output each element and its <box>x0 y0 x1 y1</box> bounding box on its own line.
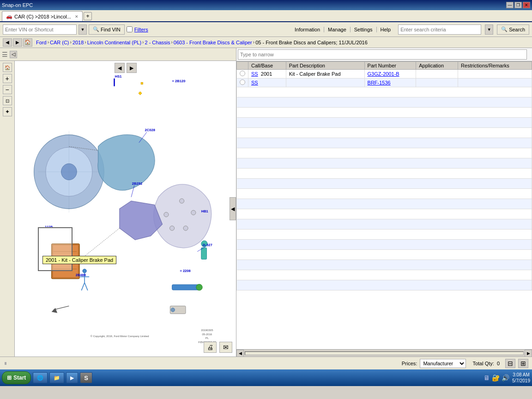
breadcrumb-car[interactable]: CAR (C) <box>50 40 69 45</box>
breadcrumb-2018[interactable]: 2018 <box>73 40 84 45</box>
table-row <box>237 97 532 108</box>
main-content: ☰ ◁ 🏠 + − ⊡ ✦ <box>0 48 532 369</box>
find-vin-button[interactable]: 🔍 Find VIN <box>89 24 125 35</box>
breadcrumb-lincoln[interactable]: Lincoln Continental (PL) <box>87 40 141 45</box>
prev-diagram-button[interactable]: ◀ <box>115 63 125 73</box>
print-button[interactable]: 🖨 <box>204 342 217 353</box>
row-description <box>286 79 364 87</box>
search-button[interactable]: 🔍 Search <box>497 24 529 35</box>
tab-close-button[interactable]: ✕ <box>75 14 79 19</box>
svg-rect-27 <box>201 248 207 259</box>
restore-button[interactable]: ❐ <box>514 2 522 8</box>
horizontal-scrollbar: ◀ ▶ <box>236 349 532 357</box>
svg-point-5 <box>180 199 184 203</box>
security-tray-icon: 🔐 <box>492 374 500 381</box>
svg-rect-22 <box>172 284 200 290</box>
minimize-button[interactable]: — <box>506 2 514 8</box>
scroll-track[interactable] <box>245 351 524 355</box>
main-tab[interactable]: 🚗 CAR (C) >2018 >Lincol... ✕ <box>2 11 83 21</box>
start-button[interactable]: ⊞ Start <box>2 371 31 384</box>
row-partnumber: BRF-1536 <box>364 79 416 87</box>
row-radio <box>237 79 248 87</box>
svg-line-19 <box>81 283 85 290</box>
email-button[interactable]: ✉ <box>219 342 232 353</box>
svg-text:20190305: 20190305 <box>201 329 213 332</box>
row-description: Kit - Caliper Brake Pad <box>286 70 364 79</box>
shrink-button[interactable]: ⊟ <box>505 359 515 368</box>
taskbar-explorer[interactable]: 📁 <box>49 372 64 383</box>
zoom-out-button[interactable]: − <box>3 85 12 94</box>
call-link-2[interactable]: SS <box>251 80 258 85</box>
breadcrumb-0603[interactable]: 0603 - Front Brake Discs & Caliper <box>174 40 252 45</box>
table-header-row: Call/Base Part Description Part Number A… <box>237 62 532 70</box>
part-number-link-1[interactable]: G3GZ-2001-B <box>368 71 399 77</box>
clock-date: 5/7/2019 <box>512 378 530 384</box>
next-diagram-button[interactable]: ▶ <box>127 63 137 73</box>
radio-button[interactable] <box>240 79 245 85</box>
help-menu-link[interactable]: Help <box>377 27 395 32</box>
part-number-link-2[interactable]: BRF-1536 <box>368 80 391 85</box>
settings-menu-link[interactable]: Settings <box>351 27 377 32</box>
fit-page-button[interactable]: ⊡ <box>3 96 12 105</box>
scroll-right-button[interactable]: ▶ <box>525 350 532 357</box>
home-button[interactable]: 🏠 <box>23 38 32 47</box>
part-tooltip: 2001 - Kit - Caliper Brake Pad <box>42 256 116 264</box>
status-divider <box>5 362 6 365</box>
tab-car-icon: 🚗 <box>6 13 12 19</box>
taskbar-media[interactable]: ▶ <box>66 372 78 383</box>
information-menu-link[interactable]: Information <box>291 27 324 32</box>
vin-dropdown-button[interactable]: ▼ <box>79 24 87 35</box>
radio-button[interactable] <box>240 71 245 76</box>
expand-button[interactable]: ⊞ <box>518 359 528 368</box>
col-partnumber: Part Number <box>364 62 416 70</box>
parts-data-table: Call/Base Part Description Part Number A… <box>236 61 532 290</box>
table-row <box>237 199 532 209</box>
breadcrumb-ford[interactable]: Ford <box>36 40 47 45</box>
new-tab-button[interactable]: + <box>84 12 92 20</box>
prices-dropdown[interactable]: Manufacturer List Cost <box>420 359 466 368</box>
search-dropdown-button[interactable]: ▼ <box>485 24 493 35</box>
scroll-left-button[interactable]: ◀ <box>236 350 244 357</box>
table-row <box>237 108 532 118</box>
zoom-in-button[interactable]: + <box>3 74 12 83</box>
table-row <box>237 189 532 199</box>
close-window-button[interactable]: ✕ <box>523 2 530 8</box>
table-row <box>237 169 532 179</box>
breadcrumb-chassis[interactable]: 2 - Chassis <box>145 40 170 45</box>
statusbar: Prices: Manufacturer List Cost Total Qty… <box>0 357 532 369</box>
prices-label: Prices: <box>402 361 417 366</box>
svg-text:2L527: 2L527 <box>202 243 212 247</box>
svg-point-25 <box>171 308 175 312</box>
search-input[interactable] <box>398 24 481 35</box>
collapse-right-button[interactable]: ◀ <box>230 197 236 220</box>
filters-checkbox[interactable] <box>127 26 133 32</box>
parts-table: Call/Base Part Description Part Number A… <box>236 61 532 349</box>
toolbar: ▼ 🔍 Find VIN Filters Information Manage … <box>0 22 532 37</box>
svg-point-6 <box>191 210 196 215</box>
filter-row: ☰ ◁ <box>0 48 236 61</box>
table-row <box>237 138 532 148</box>
vin-input[interactable] <box>3 24 77 35</box>
menu-links: Information Manage Settings Help <box>291 27 394 32</box>
manage-menu-link[interactable]: Manage <box>324 27 351 32</box>
folder-icon: 📁 <box>54 375 60 381</box>
call-link-1[interactable]: SS <box>251 71 258 77</box>
forward-button[interactable]: ▶ <box>13 38 22 47</box>
taskbar-ie[interactable]: 🌐 <box>33 372 48 383</box>
taskbar-snapon[interactable]: S <box>80 372 92 383</box>
back-button[interactable]: ◀ <box>3 38 12 47</box>
filters-link[interactable]: Filters <box>134 27 148 32</box>
pointer-tool-button[interactable]: ✦ <box>3 107 12 116</box>
table-row <box>237 230 532 240</box>
system-clock: 3:08 AM 5/7/2019 <box>512 372 530 384</box>
narrow-input[interactable] <box>238 49 527 60</box>
collapse-button[interactable]: ◁ <box>10 51 17 58</box>
row-call: SS <box>248 79 286 87</box>
svg-text:2B292: 2B292 <box>132 181 142 186</box>
home-view-button[interactable]: 🏠 <box>3 63 12 72</box>
table-row <box>237 87 532 97</box>
svg-text:HB1: HB1 <box>201 209 208 213</box>
col-radio <box>237 62 248 70</box>
system-tray: 🖥 🔐 🔊 <box>484 374 509 381</box>
table-row <box>237 179 532 189</box>
